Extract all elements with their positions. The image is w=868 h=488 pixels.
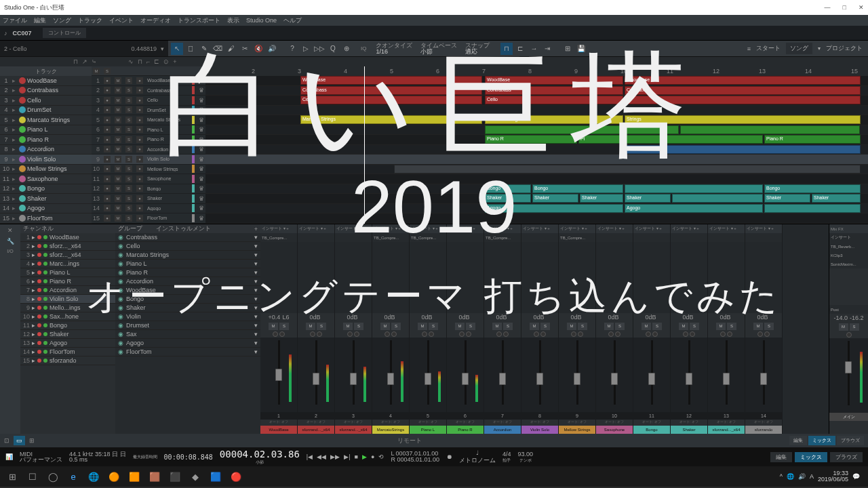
insert-slot[interactable] [596,233,633,242]
track-header[interactable]: 10●MS●Mellow Strings♛ [92,165,205,175]
clip[interactable]: Piano R [485,135,577,144]
ch-mute[interactable]: M [380,323,390,330]
instrument-row[interactable]: ◉Sax▾ [115,330,260,339]
insert-label[interactable]: インサート ▾ + [298,224,334,233]
app-icon-1[interactable]: 🟠 [104,468,123,485]
browse-view-button[interactable]: ブラウズ [830,452,863,462]
ch-mute[interactable]: M [418,323,427,330]
mixfx-slot[interactable]: SonicMaxim... [829,260,868,268]
ch-solo[interactable]: S [540,323,550,330]
menu-オーディオ[interactable]: オーディオ [140,16,171,25]
ch-fader[interactable] [536,373,543,385]
insert-label[interactable]: インサート ▾ + [559,224,595,233]
ch-solo[interactable]: S [466,323,475,330]
browse-pane-button[interactable]: ブラウズ [837,436,864,445]
ch-pan-knob[interactable] [534,331,539,337]
tool-icon-2[interactable]: ⤷ [92,58,97,65]
track-row[interactable]: 14▸Agogo [0,204,92,214]
track-row[interactable]: 5▸Marcato Strings [0,115,92,125]
edit-view-button[interactable]: 編集 [770,452,792,462]
instrument-row[interactable]: ◉Accordion▾ [115,277,260,286]
ch-pan-knob[interactable] [683,331,688,337]
ch-fader[interactable] [462,373,469,385]
notification-icon[interactable]: 💬 [852,473,860,480]
ch-name[interactable]: Piano R [447,426,484,434]
mixfx-slot[interactable]: インサート [829,233,868,242]
insert-label[interactable]: インサート ▾ + [484,224,521,233]
ch-name[interactable]: Bongo [633,426,670,434]
play-half-icon[interactable]: ▷ [300,43,312,55]
track-row[interactable]: 2▸Contrabass [0,86,92,96]
ch-pan-knob[interactable] [571,331,576,337]
track-row[interactable]: 6▸Piano L [0,125,92,136]
clip[interactable]: Marcato Strings [300,115,482,124]
clip[interactable] [625,96,861,104]
ch-pan-knob[interactable] [347,331,353,337]
ch-name[interactable]: MarcatoStrings [372,426,409,434]
small-icon-1[interactable]: ⊡ [4,437,9,444]
help-icon[interactable]: ? [286,43,298,55]
taskview-icon[interactable]: ☐ [23,468,42,485]
ch-mute[interactable]: M [455,323,465,330]
clip[interactable]: Accordion [625,145,861,154]
timeline-ruler[interactable]: 123456789101112131415 [205,66,868,76]
curve-icon-5[interactable]: ⊙ [163,58,169,65]
master-mute[interactable]: M [839,323,848,331]
play-double-icon[interactable]: ▷▷ [313,43,326,55]
ch-solo[interactable]: S [652,323,662,330]
ch-name[interactable]: Shaker [671,426,707,434]
forward-end-button[interactable]: ▶| [344,453,350,460]
ch-solo[interactable]: S [391,323,401,330]
ch-mute[interactable]: M [492,323,502,330]
track-header[interactable]: 15●MS●FloorTom♛ [92,214,205,224]
insert-label[interactable]: インサート ▾ + [372,224,409,233]
mix-channel-row[interactable]: 9▸Mello...ings [20,304,115,312]
song-button[interactable]: ソング [786,43,812,54]
automation-icon[interactable]: ⊓ [73,58,78,65]
insert-slot[interactable]: TB_Compre... [372,233,409,242]
ch-solo[interactable]: S [279,323,289,330]
cortana-icon[interactable]: ◯ [43,468,62,485]
ch-mute[interactable]: M [642,323,651,330]
track-row[interactable]: 3▸Cello [0,96,92,106]
mix-channel-row[interactable]: 2▸sforz..._x64 [20,242,115,251]
edit-pane-button[interactable]: 編集 [789,436,807,445]
clip[interactable]: Shaker [812,194,861,203]
mix-channel-row[interactable]: 12▸Shaker [20,330,115,339]
maximize-icon[interactable]: □ [843,4,846,11]
insert-label[interactable]: インサート ▾ + [410,224,446,233]
snap-mode-3[interactable]: ⇥ [541,43,553,55]
ch-fader[interactable] [648,373,655,385]
instrument-row[interactable]: ◉Contrabass▾ [115,233,260,242]
curve-icon-2[interactable]: ⊓ [138,58,142,65]
time-signature[interactable]: 4/4 [502,451,511,458]
ch-pan-knob[interactable] [757,331,763,337]
clip[interactable]: Contrabass [625,86,861,95]
project-button[interactable]: プロジェクト [826,44,863,53]
save-icon[interactable]: 💾 [575,43,587,55]
mixer-wrench-icon[interactable]: 🔧 [7,238,14,245]
app-icon-3[interactable]: 🟫 [145,468,164,485]
clip[interactable]: Bongo [532,184,623,193]
track-row[interactable]: 9▸Violin Solo [0,155,92,165]
ch-name[interactable]: Piano L [410,426,446,434]
insert-slot[interactable]: TB_Compre... [484,233,521,242]
insert-slot[interactable] [335,233,372,242]
clip[interactable]: Shaker [532,194,578,203]
mix-channel-row[interactable]: 8▸Violin Solo [20,295,115,304]
mix-channel-row[interactable]: 7▸Accordion [20,286,115,295]
master-fader[interactable] [845,361,852,373]
ch-fader[interactable] [350,373,357,385]
mix-channel-row[interactable]: 15▸sforzando [20,357,115,365]
ch-mute[interactable]: M [306,323,315,330]
rewind-start-button[interactable]: |◀ [307,453,313,460]
clip[interactable]: Marcato Strings [485,115,623,124]
clip[interactable] [672,194,763,203]
forward-button[interactable]: ▶▶ [330,453,340,460]
instrument-row[interactable]: ◉Bongo▾ [115,295,260,304]
ch-name[interactable]: Mellow Strings [559,426,595,434]
app-icon-2[interactable]: 🟧 [125,468,144,485]
tray-net-icon[interactable]: 🌐 [787,473,794,480]
ch-solo[interactable]: S [317,323,326,330]
macro-icon[interactable]: ⊕ [340,43,353,55]
